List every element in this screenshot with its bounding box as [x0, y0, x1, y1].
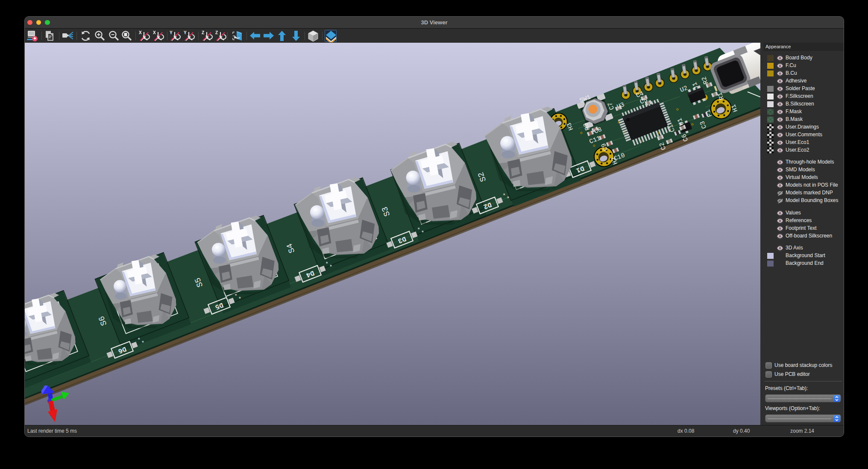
svg-text:Y: Y: [184, 30, 187, 35]
svg-text:Z: Z: [202, 30, 204, 35]
svg-text:X: X: [153, 30, 156, 35]
svg-text:Z: Z: [215, 30, 218, 35]
svg-text:X: X: [139, 30, 142, 35]
svg-text:Y: Y: [170, 30, 173, 35]
